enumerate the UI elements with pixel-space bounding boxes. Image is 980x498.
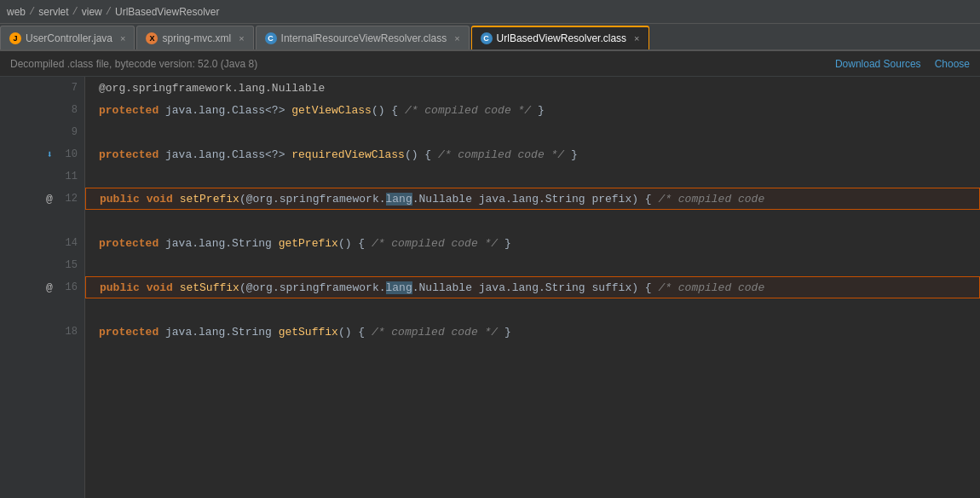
gutter-row-7: 7 xyxy=(0,77,84,99)
gutter-row-10: ⬇ 10 xyxy=(0,143,84,165)
tab-usercontroller[interactable]: J UserController.java × xyxy=(0,26,135,49)
code-line-18: protected java.lang.String getSuffix () … xyxy=(85,321,980,343)
gutter-linenum-11: 11 xyxy=(61,171,78,182)
kw-protected-14: protected xyxy=(99,237,159,250)
gutter-linenum-16: 16 xyxy=(61,281,78,293)
code-line-15 xyxy=(85,254,980,276)
breadcrumb-sep-3: / xyxy=(106,6,112,18)
breadcrumb-sep-1: / xyxy=(29,6,35,18)
comment-16: /* compiled code xyxy=(658,281,764,294)
code-line-9 xyxy=(85,121,980,143)
kw-protected-8: protected xyxy=(99,104,159,117)
gutter-row-9: 9 xyxy=(0,121,84,143)
annotation-nullable-7: @org.springframework.lang.Nullable xyxy=(99,82,325,95)
download-sources-link[interactable]: Download Sources xyxy=(835,58,921,70)
gutter-linenum-10: 10 xyxy=(61,148,78,160)
comment-8: /* compiled code */ xyxy=(405,104,531,117)
gutter-row-16: @ 16 xyxy=(0,276,84,298)
gutter-row-14: 14 xyxy=(0,232,84,254)
gutter-icon-11 xyxy=(43,171,55,182)
tabs-bar: J UserController.java × X spring-mvc.xml… xyxy=(0,24,980,51)
code-line-16: public void setSuffix (@org.springframew… xyxy=(85,276,980,298)
gutter-row-8: 8 xyxy=(0,99,84,121)
gutter-icon-7 xyxy=(43,82,55,94)
tab-icon-internalresource: C xyxy=(265,32,277,44)
gutter-linenum-8: 8 xyxy=(61,104,78,116)
method-setprefix: setPrefix xyxy=(180,193,239,206)
code-line-14: protected java.lang.String getPrefix () … xyxy=(85,232,980,254)
gutter-linenum-9: 9 xyxy=(61,126,78,138)
code-line-17 xyxy=(85,298,980,321)
line-number-gutter: 7 8 9 ⬇ 10 11 @ 12 xyxy=(0,77,85,498)
tab-icon-usercontroller: J xyxy=(9,32,21,44)
gutter-linenum-7: 7 xyxy=(61,82,78,94)
at-icon-16: @ xyxy=(43,281,55,293)
breadcrumb-view[interactable]: view xyxy=(82,6,102,18)
gutter-icon-8 xyxy=(43,104,55,116)
tab-label-usercontroller: UserController.java xyxy=(26,32,112,44)
gutter-icon-18 xyxy=(43,326,55,338)
highlight-lang-12: lang xyxy=(386,193,412,206)
tab-internalresource[interactable]: C InternalResourceViewResolver.class × xyxy=(256,26,470,49)
gutter-row-18: 18 xyxy=(0,321,84,343)
tab-label-springmvc: spring-mvc.xml xyxy=(162,32,231,44)
bookmark-icon: ⬇ xyxy=(43,148,55,160)
code-editor[interactable]: @org.springframework.lang.Nullable prote… xyxy=(85,77,980,498)
comment-18: /* compiled code */ xyxy=(372,326,498,339)
gutter-row-17 xyxy=(0,298,84,321)
choose-link[interactable]: Choose xyxy=(935,58,970,70)
gutter-row-11: 11 xyxy=(0,165,84,188)
tab-close-urlbased[interactable]: × xyxy=(634,33,639,43)
breadcrumb-sep-2: / xyxy=(72,6,78,18)
gutter-icon-17 xyxy=(43,304,55,316)
method-getprefix: getPrefix xyxy=(279,237,338,250)
breadcrumb-resolver[interactable]: UrlBasedViewResolver xyxy=(115,6,220,18)
code-line-10: protected java.lang.Class<?> requiredVie… xyxy=(85,143,980,165)
tab-close-internalresource[interactable]: × xyxy=(454,33,459,43)
gutter-linenum-14: 14 xyxy=(61,237,78,249)
gutter-linenum-12: 12 xyxy=(61,193,78,205)
gutter-icon-9 xyxy=(43,126,55,138)
kw-public-12: public xyxy=(100,193,140,206)
kw-protected-18: protected xyxy=(99,326,159,339)
info-bar: Decompiled .class file, bytecode version… xyxy=(0,51,980,77)
gutter-linenum-15: 15 xyxy=(61,259,78,271)
kw-protected-10: protected xyxy=(99,148,159,161)
breadcrumb-servlet[interactable]: servlet xyxy=(38,6,68,18)
tab-icon-urlbased: C xyxy=(481,32,493,44)
method-getsuffix: getSuffix xyxy=(279,326,338,339)
tab-springmvc[interactable]: X spring-mvc.xml × xyxy=(136,26,253,49)
breadcrumb-web[interactable]: web xyxy=(7,6,26,18)
gutter-linenum-18: 18 xyxy=(61,326,78,338)
gutter-icon-15 xyxy=(43,259,55,271)
highlight-lang-16: lang xyxy=(386,281,412,294)
code-line-11 xyxy=(85,165,980,188)
comment-12: /* compiled code xyxy=(658,193,764,206)
comment-10: /* compiled code */ xyxy=(438,148,564,161)
method-requiredviewclass: requiredViewClass xyxy=(291,148,405,161)
kw-public-16: public xyxy=(100,281,140,294)
gutter-icon-13 xyxy=(43,215,55,227)
tab-urlbased[interactable]: C UrlBasedViewResolver.class × xyxy=(471,26,649,49)
at-icon-12: @ xyxy=(43,193,55,205)
code-line-8: protected java.lang.Class<?> getViewClas… xyxy=(85,99,980,121)
tab-close-springmvc[interactable]: × xyxy=(239,33,244,43)
top-nav-bar: web / servlet / view / UrlBasedViewResol… xyxy=(0,0,980,24)
gutter-row-13 xyxy=(0,210,84,232)
method-getviewclass: getViewClass xyxy=(291,104,372,117)
tab-close-usercontroller[interactable]: × xyxy=(120,33,125,43)
decompiled-info-text: Decompiled .class file, bytecode version… xyxy=(10,58,257,70)
gutter-row-12: @ 12 xyxy=(0,188,84,210)
code-line-7: @org.springframework.lang.Nullable xyxy=(85,77,980,99)
method-setsuffix: setSuffix xyxy=(180,281,239,294)
info-bar-actions: Download Sources Choose xyxy=(835,58,970,70)
tab-label-internalresource: InternalResourceViewResolver.class xyxy=(281,32,447,44)
gutter-row-15: 15 xyxy=(0,254,84,276)
kw-void-12: void xyxy=(147,193,173,206)
tab-icon-springmvc: X xyxy=(146,32,158,44)
kw-void-16: void xyxy=(147,281,173,294)
comment-14: /* compiled code */ xyxy=(372,237,498,250)
editor-area: 7 8 9 ⬇ 10 11 @ 12 xyxy=(0,77,980,498)
gutter-icon-14 xyxy=(43,237,55,249)
code-line-12: public void setPrefix (@org.springframew… xyxy=(85,188,980,210)
